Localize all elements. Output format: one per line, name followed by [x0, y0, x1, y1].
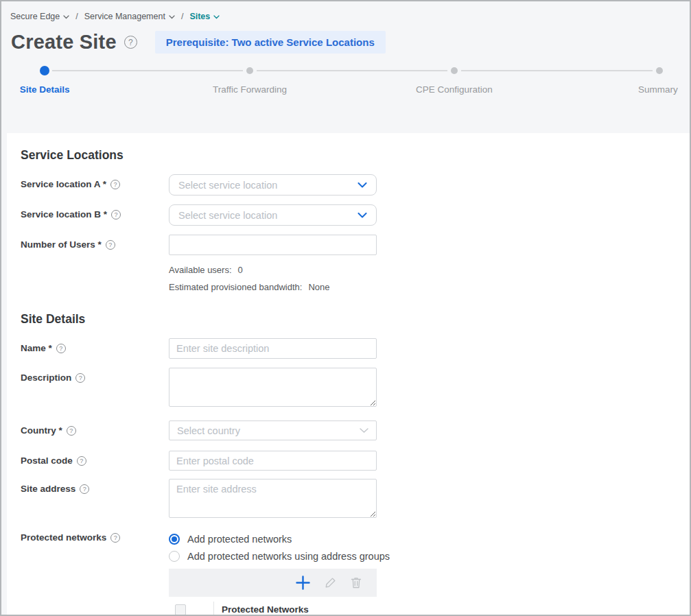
field-row-service-location-a: Service location A * ? Select service lo…: [21, 174, 690, 196]
prerequisite-badge: Prerequisite: Two active Service Locatio…: [155, 31, 386, 54]
field-row-number-of-users: Number of Users * ?: [21, 235, 690, 255]
step-label-summary[interactable]: Summary: [629, 83, 687, 97]
step-label-site-details[interactable]: Site Details: [3, 83, 86, 97]
help-icon[interactable]: ?: [75, 373, 85, 383]
field-row-description: Description ?: [21, 368, 690, 410]
chevron-down-icon: [213, 15, 220, 19]
dropdown-placeholder: Select service location: [178, 210, 277, 221]
service-location-b-dropdown[interactable]: Select service location: [169, 204, 377, 226]
help-icon[interactable]: ?: [106, 240, 115, 250]
breadcrumb-separator: /: [75, 12, 78, 21]
edit-button[interactable]: [324, 576, 337, 589]
breadcrumb-item-sites[interactable]: Sites: [189, 12, 220, 21]
radio-label: Add protected networks using address gro…: [187, 551, 390, 562]
section-heading-service-locations: Service Locations: [21, 148, 690, 163]
field-row-site-address: Site address ?: [21, 479, 690, 521]
chevron-down-icon: [358, 213, 367, 218]
step-dot-summary[interactable]: [656, 67, 663, 74]
bandwidth-value: None: [308, 282, 329, 292]
available-users-label: Available users:: [169, 265, 232, 275]
protected-networks-grid: Protected Networks: [169, 569, 377, 615]
step-dot-traffic-forwarding[interactable]: [246, 67, 253, 74]
breadcrumb-item-service-management[interactable]: Service Management: [84, 12, 175, 21]
column-header-protected-networks: Protected Networks: [222, 604, 309, 615]
field-label-text: Description: [21, 372, 71, 383]
help-icon[interactable]: ?: [110, 533, 120, 543]
breadcrumb-item-secure-edge[interactable]: Secure Edge: [10, 12, 69, 21]
radio-option-add-protected-networks[interactable]: Add protected networks: [169, 530, 390, 547]
step-connector: [461, 70, 653, 71]
breadcrumb-label: Service Management: [84, 12, 165, 21]
help-icon[interactable]: ?: [110, 180, 120, 189]
help-icon[interactable]: ?: [111, 210, 121, 220]
postal-code-input[interactable]: [169, 451, 377, 471]
help-icon[interactable]: ?: [124, 36, 137, 49]
site-name-input[interactable]: [169, 338, 377, 359]
chevron-down-icon: [358, 182, 367, 188]
step-dot-site-details[interactable]: [40, 66, 49, 75]
radio-option-add-protected-networks-address-groups[interactable]: Add protected networks using address gro…: [169, 547, 390, 565]
select-all-checkbox[interactable]: [175, 604, 186, 615]
chevron-down-icon: [169, 15, 175, 19]
field-label-text: Postal code: [21, 455, 73, 466]
field-label-text: Service location A *: [21, 179, 106, 189]
help-icon[interactable]: ?: [56, 344, 66, 353]
help-icon[interactable]: ?: [80, 484, 89, 494]
field-label-text: Name *: [21, 343, 52, 353]
add-button[interactable]: [295, 575, 311, 591]
dropdown-placeholder: Select service location: [178, 180, 277, 191]
radio-selected-icon[interactable]: [169, 534, 180, 545]
field-label-text: Country *: [21, 425, 62, 436]
number-of-users-input[interactable]: [169, 235, 377, 255]
field-row-service-location-b: Service location B * ? Select service lo…: [21, 204, 690, 226]
description-textarea[interactable]: [169, 368, 377, 407]
field-label-text: Number of Users *: [21, 239, 102, 250]
field-label-text: Protected networks: [21, 532, 106, 543]
protected-networks-table-header: Protected Networks: [169, 597, 377, 615]
field-label: Service location A * ?: [21, 174, 169, 196]
field-row-postal-code: Postal code ?: [21, 451, 690, 471]
form-card: Service Locations Service location A * ?…: [7, 133, 690, 615]
field-label: Protected networks ?: [21, 530, 169, 565]
wizard-stepper: Site Details Traffic Forwarding CPE Conf…: [1, 58, 690, 113]
field-label-text: Site address: [21, 484, 75, 494]
radio-label: Add protected networks: [187, 534, 292, 545]
field-label: Number of Users * ?: [21, 235, 169, 255]
help-icon[interactable]: ?: [67, 426, 76, 436]
available-users-value: 0: [238, 265, 243, 275]
step-dot-cpe-configuration[interactable]: [451, 67, 458, 74]
title-row: Create Site ? Prerequisite: Two active S…: [11, 31, 690, 54]
field-label: Site address ?: [21, 479, 169, 521]
bandwidth-label: Estimated provisioned bandwidth:: [169, 282, 302, 292]
step-label-cpe-configuration[interactable]: CPE Configuration: [413, 83, 495, 97]
column-divider: [213, 602, 214, 615]
radio-unselected-icon[interactable]: [169, 551, 180, 562]
field-label: Country * ?: [21, 420, 169, 440]
plus-icon: [295, 575, 311, 591]
delete-button[interactable]: [350, 576, 362, 589]
field-label: Description ?: [21, 368, 169, 410]
section-heading-site-details: Site Details: [21, 312, 690, 327]
protected-networks-radio-group: Add protected networks Add protected net…: [169, 530, 390, 565]
help-icon[interactable]: ?: [77, 456, 86, 466]
field-row-protected-networks: Protected networks ? Add protected netwo…: [21, 530, 690, 565]
chevron-down-icon: [63, 15, 69, 19]
field-label: Postal code ?: [21, 451, 169, 471]
field-label: Service location B * ?: [21, 204, 169, 226]
page-title: Create Site: [11, 31, 117, 54]
breadcrumb-label: Secure Edge: [10, 12, 60, 21]
trash-icon: [350, 576, 362, 589]
breadcrumb-label: Sites: [189, 12, 210, 21]
country-select[interactable]: Select country: [169, 420, 377, 440]
pencil-icon: [324, 576, 337, 589]
breadcrumb-separator: /: [181, 12, 183, 21]
select-placeholder: Select country: [177, 425, 240, 436]
service-location-a-dropdown[interactable]: Select service location: [169, 174, 377, 196]
breadcrumb: Secure Edge / Service Management / Sites: [1, 1, 690, 21]
available-users-info: Available users: 0: [169, 263, 690, 276]
field-label-text: Service location B *: [21, 209, 107, 220]
protected-networks-toolbar: [169, 569, 377, 597]
step-connector: [52, 70, 243, 71]
site-address-textarea[interactable]: [169, 479, 377, 518]
step-label-traffic-forwarding[interactable]: Traffic Forwarding: [209, 83, 291, 97]
